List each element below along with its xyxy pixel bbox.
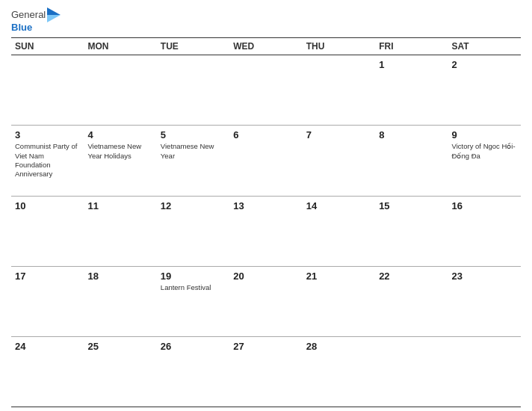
calendar-row-4: 2425262728	[11, 337, 521, 407]
calendar-cell-1: 1	[375, 55, 448, 125]
calendar-header: General Blue	[11, 7, 521, 33]
day-header-tue: TUE	[157, 38, 229, 55]
calendar-cell-22: 22	[375, 267, 448, 336]
calendar-cell-17: 17	[11, 267, 84, 336]
calendar-cell-18: 18	[84, 267, 156, 336]
cell-date: 6	[233, 129, 298, 140]
cell-event: Communist Party of Viet Nam Foundation A…	[15, 142, 80, 179]
logo-triangle-icon	[47, 7, 61, 22]
cell-date: 27	[233, 341, 298, 352]
calendar-row-1: 3Communist Party of Viet Nam Foundation …	[11, 126, 521, 196]
calendar-cell-23: 23	[448, 267, 521, 336]
calendar-row-2: 10111213141516	[11, 197, 521, 267]
calendar-cell-9: 9Victory of Ngoc Hồi-Đống Đa	[448, 126, 521, 195]
cell-date: 1	[379, 59, 444, 70]
calendar-cell-16: 16	[448, 197, 521, 266]
logo-blue-text: Blue	[11, 22, 32, 33]
cell-date: 19	[161, 271, 226, 282]
cell-date: 17	[15, 271, 80, 282]
cell-event: Victory of Ngoc Hồi-Đống Đa	[452, 142, 517, 161]
calendar-cell-21: 21	[303, 267, 375, 336]
cell-date: 9	[452, 129, 517, 140]
cell-date: 20	[233, 271, 298, 282]
calendar-cell-26: 26	[157, 337, 229, 407]
logo: General Blue	[11, 7, 61, 33]
calendar-cell-empty-4-5	[375, 337, 448, 407]
cell-date: 18	[87, 271, 152, 282]
svg-marker-0	[47, 7, 61, 15]
cell-date: 25	[87, 341, 152, 352]
cell-date: 4	[87, 129, 152, 140]
cell-date: 22	[379, 271, 444, 282]
calendar-cell-25: 25	[84, 337, 156, 407]
cell-date: 24	[15, 341, 80, 352]
cell-date: 7	[306, 129, 371, 140]
calendar-cell-empty-0-4	[303, 55, 375, 125]
calendar-cell-20: 20	[229, 267, 302, 336]
cell-event: Vietnamese New Year Holidays	[87, 142, 152, 161]
calendar-cell-19: 19Lantern Festival	[157, 267, 229, 336]
day-header-sun: SUN	[11, 38, 84, 55]
calendar-cell-11: 11	[84, 197, 156, 266]
cell-date: 8	[379, 129, 444, 140]
calendar-wrapper: General Blue SUNMONTUEWEDTHUFRISAT 123Co…	[0, 0, 532, 411]
day-headers: SUNMONTUEWEDTHUFRISAT	[11, 38, 521, 55]
calendar-cell-6: 6	[229, 126, 302, 195]
calendar-cell-27: 27	[229, 337, 302, 407]
calendar-cell-empty-0-1	[84, 55, 156, 125]
calendar-cell-5: 5Vietnamese New Year	[157, 126, 229, 195]
calendar-cell-10: 10	[11, 197, 84, 266]
day-header-wed: WED	[229, 38, 302, 55]
logo-general-text: General	[11, 10, 46, 20]
day-header-sat: SAT	[448, 38, 521, 55]
calendar-cell-2: 2	[448, 55, 521, 125]
calendar-cell-4: 4Vietnamese New Year Holidays	[84, 126, 156, 195]
day-header-fri: FRI	[375, 38, 448, 55]
calendar-cell-empty-4-6	[448, 337, 521, 407]
calendar-cell-13: 13	[229, 197, 302, 266]
calendar-cell-28: 28	[303, 337, 375, 407]
calendar-cell-7: 7	[303, 126, 375, 195]
cell-date: 13	[233, 200, 298, 211]
calendar-cell-empty-0-2	[157, 55, 229, 125]
cell-date: 14	[306, 200, 371, 211]
day-header-mon: MON	[84, 38, 156, 55]
calendar-cell-14: 14	[303, 197, 375, 266]
cell-date: 3	[15, 129, 80, 140]
calendar-cell-24: 24	[11, 337, 84, 407]
calendar-cell-8: 8	[375, 126, 448, 195]
cell-date: 16	[452, 200, 517, 211]
cell-event: Vietnamese New Year	[161, 142, 226, 161]
cell-date: 12	[161, 200, 226, 211]
cell-date: 28	[306, 341, 371, 352]
cell-date: 2	[452, 59, 517, 70]
calendar-row-0: 12	[11, 55, 521, 126]
cell-date: 26	[161, 341, 226, 352]
cell-date: 23	[452, 271, 517, 282]
cell-date: 11	[87, 200, 152, 211]
cell-date: 21	[306, 271, 371, 282]
cell-event: Lantern Festival	[161, 283, 226, 292]
calendar-cell-empty-0-0	[11, 55, 84, 125]
day-header-thu: THU	[303, 38, 375, 55]
calendar-row-3: 171819Lantern Festival20212223	[11, 267, 521, 337]
calendar-cell-empty-0-3	[229, 55, 302, 125]
calendar-grid: 123Communist Party of Viet Nam Foundatio…	[11, 55, 521, 407]
cell-date: 15	[379, 200, 444, 211]
calendar-cell-12: 12	[157, 197, 229, 266]
cell-date: 5	[161, 129, 226, 140]
calendar-cell-15: 15	[375, 197, 448, 266]
calendar-cell-3: 3Communist Party of Viet Nam Foundation …	[11, 126, 84, 195]
cell-date: 10	[15, 200, 80, 211]
svg-marker-1	[47, 15, 61, 22]
